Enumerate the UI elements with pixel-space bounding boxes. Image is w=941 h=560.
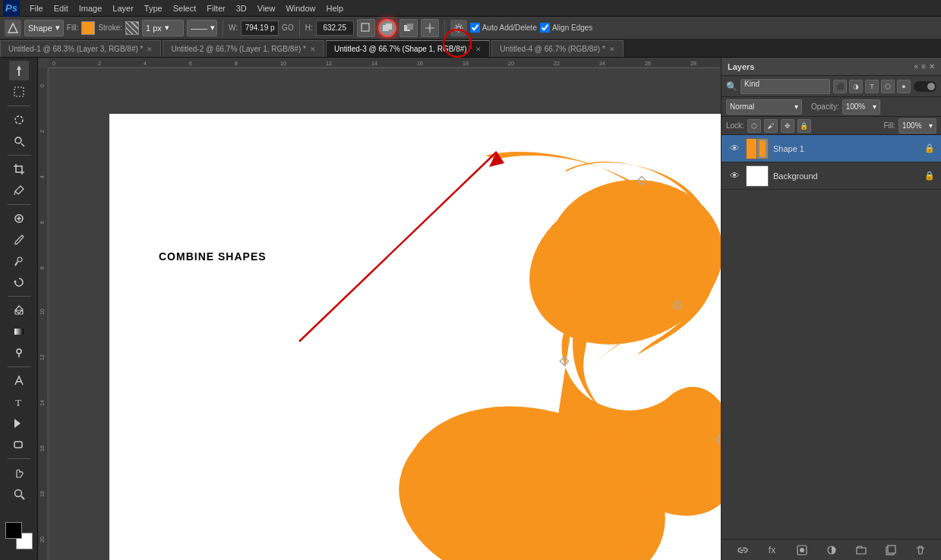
tool-history-brush[interactable] [9, 272, 29, 292]
add-adjustment-btn[interactable] [823, 542, 840, 558]
add-group-btn[interactable] [853, 542, 870, 558]
tool-crop[interactable] [9, 159, 29, 179]
fill-swatch[interactable] [81, 21, 95, 35]
tool-gradient[interactable] [9, 322, 29, 341]
filter-kind-dropdown[interactable]: Kind [740, 79, 830, 94]
layer-shape1-visibility[interactable]: 👁 [728, 142, 741, 156]
tool-quick-select[interactable] [9, 131, 29, 151]
menu-layer[interactable]: Layer [107, 2, 139, 14]
tool-brush[interactable] [9, 230, 29, 250]
menu-window[interactable]: Window [280, 2, 321, 14]
menu-edit[interactable]: Edit [49, 2, 74, 14]
link-layers-btn[interactable] [734, 542, 751, 558]
tool-dodge[interactable] [9, 343, 29, 363]
tool-type[interactable]: T [9, 392, 29, 412]
delete-layer-btn[interactable] [912, 542, 929, 558]
tool-eyedropper[interactable] [9, 181, 29, 200]
tab-2[interactable]: Untitled-3 @ 66.7% (Shape 1, RGB/8#) * ✕ [326, 40, 490, 57]
line-style-dropdown[interactable]: —— ▾ [187, 20, 217, 36]
menu-filter[interactable]: Filter [201, 2, 230, 14]
tool-spot-heal[interactable] [9, 209, 29, 228]
shape-dropdown[interactable]: Shape ▾ [24, 20, 64, 36]
menu-type[interactable]: Type [139, 2, 168, 14]
toolbar-sep-1 [8, 105, 30, 106]
tool-pen[interactable] [9, 371, 29, 391]
tool-hand[interactable] [9, 463, 29, 483]
tab-0[interactable]: Untitled-1 @ 68.3% (Layer 3, RGB/8#) * ✕ [0, 40, 161, 57]
lock-image-btn[interactable]: 🖌 [764, 119, 778, 133]
tool-stamp[interactable] [9, 251, 29, 271]
tab-2-close[interactable]: ✕ [475, 46, 482, 53]
tab-3-close[interactable]: ✕ [609, 46, 615, 53]
panel-close-btn[interactable]: ✕ [929, 62, 935, 71]
svg-text:6: 6 [189, 61, 192, 66]
layer-bg-lock: 🔒 [924, 171, 935, 181]
svg-text:0: 0 [39, 84, 45, 87]
menu-view[interactable]: View [252, 2, 281, 14]
tab-1-close[interactable]: ✕ [310, 46, 316, 53]
tool-select-rect[interactable] [9, 82, 29, 102]
stroke-width-dropdown[interactable]: 1 px ▾ [142, 20, 184, 36]
path-op-align[interactable] [421, 19, 439, 37]
svg-text:20: 20 [508, 61, 514, 66]
orange-shapes [109, 114, 721, 560]
layer-row-background[interactable]: 👁 Background 🔒 [722, 162, 941, 190]
tool-path-select[interactable] [9, 414, 29, 433]
tool-lasso[interactable] [9, 110, 29, 130]
width-input[interactable] [241, 20, 279, 36]
tool-icon[interactable] [5, 20, 21, 36]
fill-input[interactable]: 100% ▾ [898, 118, 936, 134]
blend-mode-dropdown[interactable]: Normal ▾ [726, 99, 802, 115]
height-label: H: [305, 24, 313, 32]
svg-text:18: 18 [39, 491, 45, 497]
panel-collapse-btn[interactable]: « [914, 62, 919, 71]
menu-select[interactable]: Select [168, 2, 202, 14]
filter-shape-icon[interactable]: ⬡ [881, 80, 895, 93]
panel-menu-btn[interactable]: ≡ [921, 62, 926, 71]
menu-image[interactable]: Image [74, 2, 108, 14]
canvas-drawing-area[interactable]: COMBINE SHAPES [49, 68, 721, 560]
height-input[interactable] [316, 20, 354, 36]
tool-move[interactable] [9, 61, 29, 80]
menu-help[interactable]: Help [321, 2, 349, 14]
filter-adj-icon[interactable]: ◑ [849, 80, 863, 93]
filter-pixel-icon[interactable]: ⬛ [833, 80, 847, 93]
path-op-subtract[interactable] [399, 19, 418, 37]
tab-0-close[interactable]: ✕ [147, 46, 153, 53]
tool-eraser[interactable] [9, 300, 29, 320]
new-layer-btn[interactable] [883, 542, 899, 558]
lock-transparent-btn[interactable]: ⬡ [747, 119, 761, 133]
annotation-text: COMBINE SHAPES [159, 250, 267, 263]
opacity-input[interactable]: 100% ▾ [842, 99, 880, 115]
align-edges-label[interactable]: Align Edges [540, 23, 592, 33]
filter-toggle[interactable] [914, 81, 936, 92]
add-mask-btn[interactable] [794, 542, 810, 558]
fg-bg-colors [5, 522, 33, 549]
filter-text-icon[interactable]: T [865, 80, 879, 93]
filter-smart-icon[interactable]: ● [897, 80, 911, 93]
menu-file[interactable]: File [24, 2, 49, 14]
menu-bar: Ps File Edit Image Layer Type Select Fil… [0, 0, 941, 17]
auto-add-delete-label[interactable]: Auto Add/Delete [470, 23, 537, 33]
add-fx-btn[interactable]: fx [764, 542, 781, 558]
lock-all-btn[interactable]: 🔒 [797, 119, 811, 133]
svg-text:6: 6 [39, 221, 45, 224]
gear-button[interactable] [450, 20, 467, 36]
lock-position-btn[interactable]: ✥ [781, 119, 794, 133]
tab-1[interactable]: Untitled-2 @ 66.7% (Layer 1, RGB/8#) * ✕ [163, 40, 324, 57]
layer-row-shape1[interactable]: 👁 Shape 1 🔒 [722, 135, 941, 162]
path-op-new[interactable] [357, 19, 375, 37]
foreground-color[interactable] [5, 522, 22, 539]
layers-panel: Layers « ≡ ✕ 🔍 Kind ⬛ ◑ T ⬡ ● [721, 58, 941, 560]
auto-add-delete-checkbox[interactable] [470, 23, 480, 33]
tool-zoom[interactable] [9, 484, 29, 504]
path-op-combine[interactable] [378, 19, 396, 37]
svg-rect-19 [14, 329, 24, 335]
stroke-swatch[interactable] [125, 21, 139, 35]
align-edges-checkbox[interactable] [540, 23, 550, 33]
tab-3[interactable]: Untitled-4 @ 66.7% (RGB/8#) * ✕ [491, 40, 624, 57]
menu-3d[interactable]: 3D [231, 2, 252, 14]
tool-shape[interactable] [9, 435, 29, 455]
layer-bg-visibility[interactable]: 👁 [728, 169, 741, 183]
svg-text:24: 24 [599, 61, 605, 66]
